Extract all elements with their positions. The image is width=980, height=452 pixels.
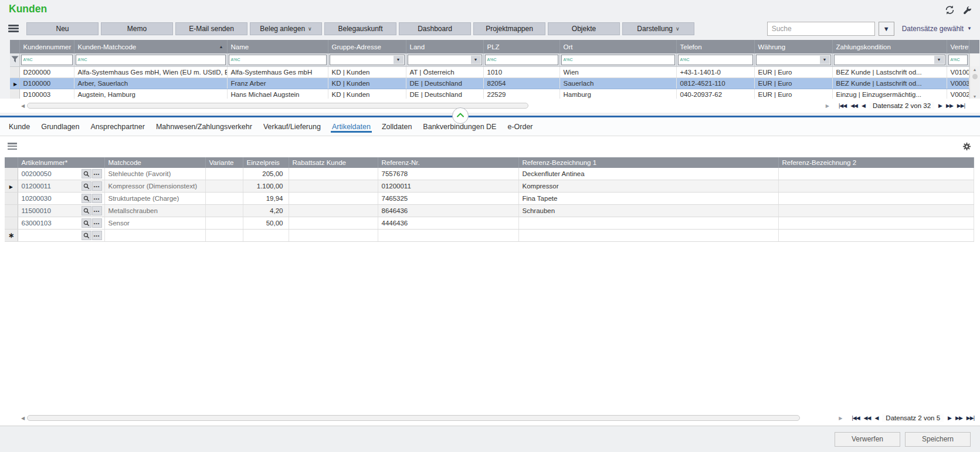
collapse-panel-button[interactable]: [452, 107, 469, 124]
pager-next-icon[interactable]: ▶: [938, 103, 942, 109]
tab-e-order[interactable]: e-Order: [507, 117, 533, 136]
lookup-button[interactable]: [82, 194, 91, 203]
scroll-left-icon[interactable]: ◀: [21, 416, 25, 421]
discard-button[interactable]: Verwerfen: [835, 432, 900, 447]
lookup-button[interactable]: [82, 218, 91, 228]
filter-input-ort[interactable]: a%c: [561, 55, 675, 65]
search-input[interactable]: [767, 22, 875, 36]
column-header-land[interactable]: Land: [406, 40, 483, 53]
toolbar-button-beleg-anlegen[interactable]: Beleg anlegen∨: [250, 22, 322, 35]
column-header-referenz-bezeichnung-1[interactable]: Referenz-Bezeichnung 1: [518, 157, 778, 168]
records-selected-button[interactable]: Datensätze gewählt ▼: [902, 25, 972, 33]
pager-previous-icon[interactable]: ◀: [862, 103, 865, 109]
lookup-button[interactable]: [82, 169, 91, 178]
column-header-telefon[interactable]: Telefon: [676, 40, 754, 53]
pager-next-icon[interactable]: ▶: [948, 415, 951, 421]
tab-grundlagen[interactable]: Grundlagen: [41, 117, 79, 136]
filter-input-name[interactable]: a%c: [229, 55, 327, 65]
article-row[interactable]: ∗•••: [5, 230, 974, 242]
pager-first-icon[interactable]: |◀◀: [839, 103, 846, 109]
column-header-ort[interactable]: Ort: [559, 40, 676, 53]
column-header-referenz-bezeichnung-2[interactable]: Referenz-Bezeichnung 2: [778, 157, 974, 168]
pager-expand-icon[interactable]: ▶: [826, 103, 829, 109]
pager-next-page-icon[interactable]: ▶▶: [946, 103, 953, 109]
pager-last-icon[interactable]: ▶▶|: [967, 415, 974, 421]
article-row[interactable]: 10200030•••Strukturtapete (Charge)19,947…: [5, 193, 974, 205]
filter-dropdown-land[interactable]: ▼: [408, 55, 482, 65]
column-header-kunden-matchcode[interactable]: Kunden-Matchcode▲: [74, 40, 227, 53]
column-header-währung[interactable]: Währung: [754, 40, 832, 53]
column-header-plz[interactable]: PLZ: [483, 40, 559, 53]
tab-artikeldaten[interactable]: Artikeldaten: [332, 117, 371, 136]
column-header-variante[interactable]: Variante: [205, 157, 243, 168]
menu-button[interactable]: [8, 25, 19, 32]
ellipsis-button[interactable]: •••: [92, 194, 102, 203]
toolbar-button-memo[interactable]: Memo: [101, 22, 173, 35]
pager-first-icon[interactable]: |◀◀: [852, 415, 859, 421]
filter-dropdown-gruppe-adresse[interactable]: ▼: [330, 55, 405, 65]
toolbar-button-dashboard[interactable]: Dashboard: [399, 22, 471, 35]
customize-button[interactable]: [963, 6, 972, 15]
tab-zolldaten[interactable]: Zolldaten: [382, 117, 412, 136]
filter-dropdown-zahlungskondition[interactable]: ▼: [834, 55, 945, 65]
column-header-einzelpreis[interactable]: Einzelpreis: [243, 157, 289, 168]
ellipsis-button[interactable]: •••: [92, 218, 102, 228]
pager-previous-page-icon[interactable]: ◀◀: [864, 415, 871, 421]
scrollbar-thumb[interactable]: [972, 74, 978, 79]
pager-next-page-icon[interactable]: ▶▶: [955, 415, 962, 421]
customer-row[interactable]: D200000Alfa-Systemhaus Ges mbH, Wien (EU…: [10, 66, 969, 77]
ellipsis-button[interactable]: •••: [92, 231, 102, 240]
toolbar-button-neu[interactable]: Neu: [26, 22, 99, 35]
filter-dropdown-währung[interactable]: ▼: [756, 55, 831, 65]
search-filter-dropdown-button[interactable]: ▼: [879, 22, 894, 36]
scroll-up-icon[interactable]: ▲: [970, 68, 979, 72]
toolbar-button-projektmappen[interactable]: Projektmappen: [473, 22, 545, 35]
filter-input-vertreter[interactable]: a%c: [948, 55, 968, 65]
filter-input-kundennummer[interactable]: a%c: [21, 55, 73, 65]
pager-last-icon[interactable]: ▶▶|: [957, 103, 965, 109]
ellipsis-button[interactable]: •••: [92, 181, 102, 191]
scroll-down-icon[interactable]: ▼: [970, 95, 979, 99]
tab-ansprechpartner[interactable]: Ansprechpartner: [90, 117, 144, 136]
horizontal-scrollbar-thumb[interactable]: [27, 415, 800, 421]
article-row[interactable]: 00200050•••Stehleuchte (Favorit)205,0075…: [5, 168, 974, 180]
save-button[interactable]: Speichern: [905, 432, 971, 447]
toolbar-button-darstellung[interactable]: Darstellung∨: [622, 22, 694, 35]
column-header-artikelnummer[interactable]: Artikelnummer*: [18, 157, 104, 168]
toolbar-button-e-mail-senden[interactable]: E-Mail senden: [175, 22, 247, 35]
refresh-button[interactable]: [944, 5, 955, 15]
lookup-button[interactable]: [82, 206, 91, 215]
toolbar-button-objekte[interactable]: Objekte: [548, 22, 620, 35]
article-row[interactable]: 11500010•••Metallschrauben4,208646436Sch…: [5, 205, 974, 217]
column-header-name[interactable]: Name: [227, 40, 328, 53]
column-header-referenz-nr[interactable]: Referenz-Nr.: [378, 157, 518, 168]
column-header-label: PLZ: [487, 43, 500, 50]
column-header-kundennummer[interactable]: Kundennummer: [19, 40, 74, 53]
tab-verkauf-lieferung[interactable]: Verkauf/Lieferung: [263, 117, 321, 136]
grid-settings-button[interactable]: [962, 142, 971, 151]
column-header-matchcode[interactable]: Matchcode: [104, 157, 205, 168]
article-row[interactable]: ▶01200011•••Kompressor (Dimensionstext)1…: [5, 180, 974, 193]
tab-kunde[interactable]: Kunde: [9, 117, 30, 136]
column-header-gruppe-adresse[interactable]: Gruppe-Adresse: [328, 40, 406, 53]
scroll-left-icon[interactable]: ◀: [21, 103, 25, 109]
column-header-rabattsatz-kunde[interactable]: Rabattsatz Kunde: [289, 157, 378, 168]
pager-expand-icon[interactable]: ▶: [839, 416, 842, 421]
pager-previous-page-icon[interactable]: ◀◀: [850, 103, 857, 109]
lookup-button[interactable]: [82, 231, 91, 240]
lookup-button[interactable]: [82, 181, 91, 191]
filter-input-kunden-matchcode[interactable]: a%c: [76, 55, 226, 65]
column-header-zahlungskondition[interactable]: Zahlungskondition: [832, 40, 947, 53]
ellipsis-button[interactable]: •••: [92, 169, 102, 178]
column-header-vertreter[interactable]: Vertreter: [947, 40, 969, 53]
toolbar-button-belegauskunft[interactable]: Belegauskunft: [324, 22, 396, 35]
detail-menu-button[interactable]: [8, 143, 17, 150]
pager-previous-icon[interactable]: ◀: [874, 415, 878, 421]
vertical-scrollbar[interactable]: ▲ ▼: [969, 40, 979, 100]
ellipsis-button[interactable]: •••: [92, 206, 102, 215]
tab-mahnwesen-zahlungsverkehr[interactable]: Mahnwesen/Zahlungsverkehr: [156, 117, 252, 136]
filter-input-plz[interactable]: a%c: [485, 55, 558, 65]
customer-row[interactable]: ▶D100000Arber, SauerlachFranz ArberKD | …: [10, 77, 969, 89]
filter-input-telefon[interactable]: a%c: [678, 55, 753, 65]
article-row[interactable]: 63000103•••Sensor50,004446436: [5, 217, 974, 230]
